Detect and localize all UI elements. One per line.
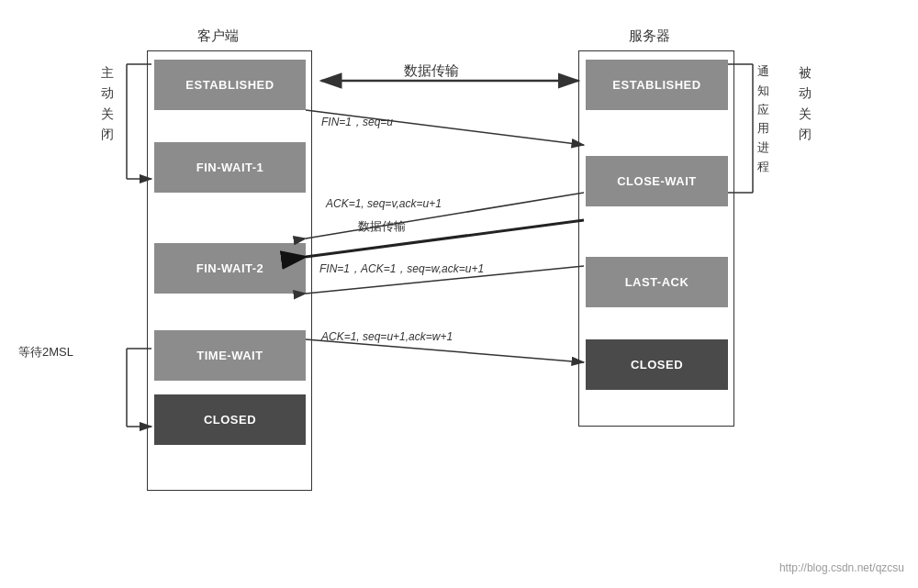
data-transfer-top-label: 数据传输 <box>404 62 459 80</box>
msg2-label: ACK=1, seq=v,ack=u+1 <box>326 197 442 210</box>
wait-2msl-label: 等待2MSL <box>18 344 73 361</box>
server-last-ack-box: LAST-ACK <box>586 257 728 307</box>
client-header-label: 客户端 <box>197 28 239 45</box>
data-transfer-mid-label: 数据传输 <box>358 218 406 235</box>
svg-line-16 <box>306 220 584 257</box>
client-time-wait-box: TIME-WAIT <box>154 330 306 381</box>
server-close-wait-box: CLOSE-WAIT <box>586 156 728 206</box>
server-established-box: ESTABLISHED <box>586 60 728 110</box>
msg5-label: ACK=1, seq=u+1,ack=w+1 <box>321 330 453 343</box>
passive-close-label: 被 动 关 闭 <box>799 62 812 145</box>
watermark-label: http://blog.csdn.net/qzcsu <box>779 561 904 574</box>
arrows-svg <box>0 0 918 588</box>
msg1-label: FIN=1，seq=u <box>321 115 393 130</box>
notify-app-label: 通 知 应 用 进 程 <box>757 62 769 177</box>
client-established-box: ESTABLISHED <box>154 60 306 110</box>
client-closed-box: CLOSED <box>154 394 306 445</box>
client-fin-wait-2-box: FIN-WAIT-2 <box>154 243 306 294</box>
msg4-label: FIN=1，ACK=1，seq=w,ack=u+1 <box>319 261 484 277</box>
diagram-container: 客户端 服务器 主 动 关 闭 被 动 关 闭 通 知 应 用 进 程 等待2M… <box>0 0 918 588</box>
active-close-label: 主 动 关 闭 <box>101 62 114 145</box>
client-fin-wait-1-box: FIN-WAIT-1 <box>154 142 306 193</box>
server-header-label: 服务器 <box>629 28 670 45</box>
server-closed-box: CLOSED <box>586 339 728 390</box>
